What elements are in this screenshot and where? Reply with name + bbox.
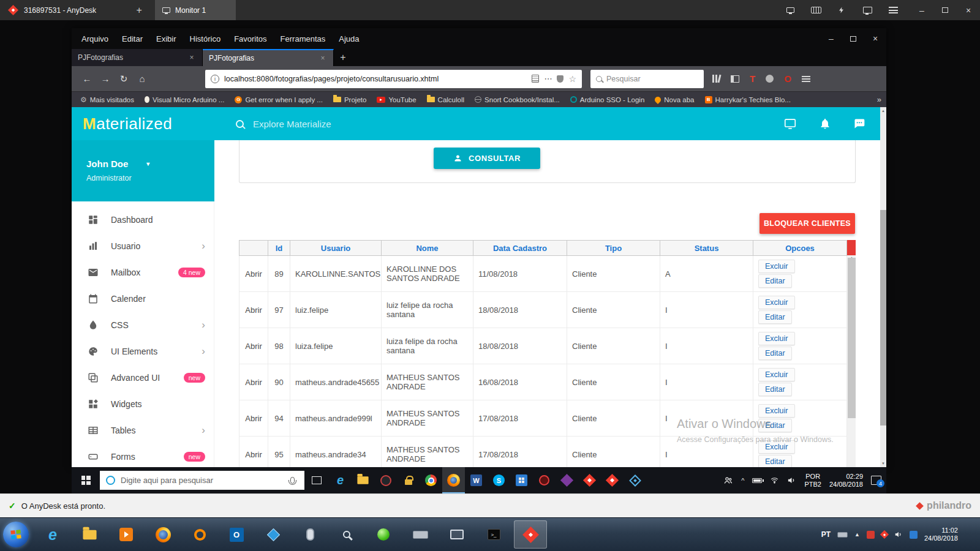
monitor-tab[interactable]: Monitor 1 <box>155 0 236 20</box>
editar-button[interactable]: Editar <box>758 419 792 432</box>
taskbar-word-icon[interactable]: W <box>465 467 488 493</box>
sidebar-item-calender[interactable]: Calender <box>72 285 214 312</box>
host-tray-blue-icon[interactable] <box>910 531 918 539</box>
taskbar-lock-icon[interactable] <box>397 467 420 493</box>
host-outlook-icon[interactable]: O <box>220 520 253 549</box>
host-ie-icon[interactable]: e <box>36 520 69 549</box>
host-keyboard-icon[interactable] <box>404 520 437 549</box>
maximize-button[interactable] <box>933 0 957 20</box>
sidebar-toggle-icon[interactable] <box>731 75 739 83</box>
hamburger-menu-icon[interactable] <box>802 76 810 82</box>
open-link[interactable]: Abrir <box>239 400 268 437</box>
reload-button[interactable]: ↻ <box>115 70 133 88</box>
excluir-button[interactable]: Excluir <box>758 332 795 345</box>
menu-arquivo[interactable]: Arquivo <box>81 34 108 43</box>
bookmarks-overflow-icon[interactable]: » <box>877 95 881 104</box>
taskbar-chrome-icon[interactable] <box>420 467 442 493</box>
taskbar-visual-studio-icon[interactable] <box>556 467 578 493</box>
host-magnifier-icon[interactable] <box>330 520 363 549</box>
chat-icon[interactable] <box>853 118 865 130</box>
people-icon[interactable] <box>723 476 733 485</box>
taskbar-search-input[interactable] <box>121 476 285 485</box>
reader-mode-icon[interactable] <box>532 75 539 83</box>
notifications-bell-icon[interactable] <box>819 118 831 130</box>
browser-tab-1[interactable]: PJFotografias × <box>72 49 203 66</box>
host-speaker-icon[interactable] <box>894 530 903 539</box>
host-gem-app-icon[interactable] <box>257 520 290 549</box>
sidebar-item-ui-elements[interactable]: UI Elements › <box>72 338 214 364</box>
bookmark-item[interactable]: BHarrykar's Techies Blo... <box>705 96 791 103</box>
host-start-button[interactable] <box>3 522 29 547</box>
action-center-icon[interactable]: 4 <box>871 476 881 485</box>
editar-button[interactable]: Editar <box>758 347 792 360</box>
language-indicator[interactable]: PORPTB2 <box>804 473 821 489</box>
new-tab-button[interactable]: + <box>334 49 352 66</box>
wifi-icon[interactable] <box>770 476 779 484</box>
taskbar-file-explorer-icon[interactable] <box>352 467 374 493</box>
pocket-icon[interactable] <box>557 75 564 83</box>
excluir-button[interactable]: Excluir <box>758 368 795 381</box>
open-link[interactable]: Abrir <box>239 256 268 292</box>
menu-editar[interactable]: Editar <box>122 34 143 43</box>
editar-button[interactable]: Editar <box>758 455 792 467</box>
host-tray-red-icon[interactable] <box>867 531 875 539</box>
bookmark-item[interactable]: YouTube <box>377 96 416 103</box>
host-tray-anydesk-icon[interactable] <box>880 530 889 539</box>
host-cmd-icon[interactable]: >_ <box>477 520 510 549</box>
back-button[interactable]: ← <box>78 70 96 88</box>
host-green-orb-icon[interactable] <box>367 520 400 549</box>
taskbar-edge-icon[interactable]: e <box>329 467 352 493</box>
taskbar-red-circle-icon[interactable] <box>533 467 556 493</box>
sidebar-item-dashboard[interactable]: Dashboard <box>72 206 214 233</box>
bookmark-item[interactable]: Projeto <box>333 96 366 103</box>
app-logo[interactable]: Materialized <box>72 114 214 133</box>
bookmark-item[interactable]: Snort Cookbook/Instal... <box>475 96 560 103</box>
close-button[interactable]: × <box>957 0 980 20</box>
sidebar-item-css[interactable]: CSS › <box>72 312 214 338</box>
menu-historico[interactable]: Histórico <box>190 34 221 43</box>
sidebar-item-widgets[interactable]: Widgets <box>72 391 214 417</box>
host-window-app-icon[interactable] <box>440 520 473 549</box>
site-info-icon[interactable]: i <box>211 75 219 83</box>
chat-monitor-icon[interactable] <box>784 4 796 17</box>
host-clock[interactable]: 11:0224/08/2018 <box>924 527 958 542</box>
keyboard-icon[interactable] <box>810 4 822 17</box>
scroll-down-icon[interactable]: ▼ <box>880 462 886 465</box>
editar-button[interactable]: Editar <box>758 274 792 288</box>
host-folder-icon[interactable] <box>73 520 106 549</box>
excluir-button[interactable]: Excluir <box>758 440 795 454</box>
app-search[interactable] <box>214 119 783 129</box>
host-tray-keyboard-icon[interactable] <box>837 532 847 537</box>
open-link[interactable]: Abrir <box>239 328 268 364</box>
host-ring-app-icon[interactable] <box>183 520 216 549</box>
bookmark-item[interactable]: Nova aba <box>655 96 694 103</box>
search-bar[interactable] <box>590 70 704 88</box>
taskbar-search[interactable] <box>100 471 304 490</box>
url-input[interactable] <box>224 75 527 83</box>
sidebar-item-forms[interactable]: Forms new <box>72 443 214 467</box>
menu-ajuda[interactable]: Ajuda <box>339 34 359 43</box>
taskbar-app-circle-icon[interactable] <box>374 467 397 493</box>
microphone-icon[interactable] <box>290 477 295 484</box>
opera-extension-icon[interactable]: O <box>784 73 791 84</box>
bloquear-clientes-button[interactable]: BLOQUEAR CLIENTES <box>760 213 855 234</box>
user-profile-panel[interactable]: John Doe▾ Administrator <box>72 140 214 201</box>
taskbar-skype-icon[interactable]: S <box>488 467 510 493</box>
bookmark-item[interactable]: GGet error when I apply ... <box>235 96 323 103</box>
table-scrollbar[interactable]: ▲ <box>847 240 856 467</box>
browser-search-input[interactable] <box>606 75 705 83</box>
browser-tab-2-active[interactable]: PJFotografias × <box>203 49 334 66</box>
ff-minimize-button[interactable]: – <box>820 28 842 49</box>
excluir-button[interactable]: Excluir <box>758 260 795 273</box>
forward-button[interactable]: → <box>96 70 115 88</box>
excluir-button[interactable]: Excluir <box>758 404 795 418</box>
menu-icon[interactable] <box>887 4 899 17</box>
host-hidden-icons-chevron[interactable]: ▲ <box>854 531 860 538</box>
taskbar-anydesk2-icon[interactable] <box>601 467 624 493</box>
host-mouse-settings-icon[interactable] <box>293 520 326 549</box>
table-scrollbar-thumb[interactable] <box>848 258 856 418</box>
display-settings-icon[interactable] <box>861 4 873 17</box>
host-firefox-icon[interactable] <box>146 520 179 549</box>
taskbar-firefox-icon[interactable] <box>442 467 465 493</box>
task-view-icon[interactable] <box>312 476 322 484</box>
